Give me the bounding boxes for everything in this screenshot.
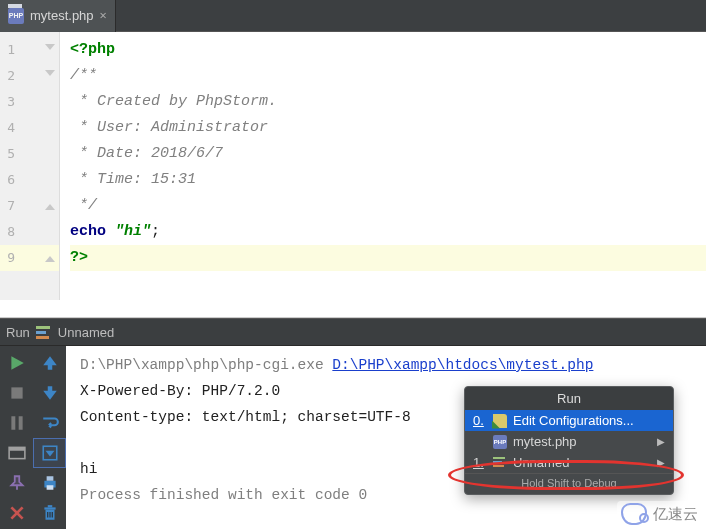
down-stack-button[interactable] (33, 378, 66, 408)
popup-item-index: 1. (473, 455, 487, 470)
svg-rect-13 (46, 476, 53, 481)
submenu-arrow-icon: ▶ (657, 436, 665, 447)
trash-button[interactable] (33, 498, 66, 528)
run-popup-item-unnamed[interactable]: 1. Unnamed ▶ (465, 452, 673, 473)
close-icon[interactable]: ✕ (100, 8, 107, 23)
svg-rect-3 (11, 387, 22, 398)
line-number: 4 (0, 115, 59, 141)
php-file-icon: PHP (493, 435, 507, 449)
watermark: 亿速云 (617, 501, 702, 527)
pause-button[interactable] (0, 408, 33, 438)
code-editor[interactable]: 1 2 3 4 5 6 7 8 9 <?php /** * Created by… (0, 32, 706, 300)
svg-marker-0 (11, 356, 23, 370)
fold-icon[interactable] (45, 200, 55, 210)
run-popup-footer: Hold Shift to Debug (465, 473, 673, 494)
fold-icon[interactable] (45, 44, 55, 54)
scroll-to-end-button[interactable] (33, 438, 66, 468)
code-area[interactable]: <?php /** * Created by PhpStorm. * User:… (60, 32, 706, 300)
line-number: 9 (0, 245, 59, 271)
php-file-icon: PHP (8, 8, 24, 24)
run-toolbar (0, 346, 66, 529)
submenu-arrow-icon: ▶ (657, 457, 665, 468)
line-number: 6 (0, 167, 59, 193)
editor-tab-bar: PHP mytest.php ✕ (0, 0, 706, 32)
code-line: /** (70, 63, 706, 89)
popup-item-label: mytest.php (513, 434, 577, 449)
line-number: 7 (0, 193, 59, 219)
popup-item-label: Edit Configurations... (513, 413, 634, 428)
fold-icon[interactable] (45, 70, 55, 80)
svg-rect-6 (11, 416, 15, 430)
svg-marker-4 (43, 391, 57, 400)
svg-marker-1 (43, 356, 57, 365)
file-tab-label: mytest.php (30, 8, 94, 23)
code-line: echo "hi"; (70, 219, 706, 245)
run-popup: Run 0. Edit Configurations... PHP mytest… (464, 386, 674, 495)
run-popup-title: Run (465, 387, 673, 410)
fold-icon[interactable] (45, 252, 55, 262)
svg-rect-14 (46, 485, 53, 490)
console-line: D:\PHP\xampp\php\php-cgi.exe D:\PHP\xamp… (80, 352, 692, 378)
run-panel-header[interactable]: Run Unnamed (0, 318, 706, 346)
edit-configurations-icon (493, 414, 507, 428)
code-line: * User: Administrator (70, 115, 706, 141)
watermark-logo-icon (621, 503, 647, 525)
code-line: * Time: 15:31 (70, 167, 706, 193)
run-config-icon (493, 457, 507, 469)
run-button[interactable] (0, 348, 33, 378)
svg-rect-7 (18, 416, 22, 430)
svg-rect-2 (47, 364, 52, 370)
watermark-text: 亿速云 (653, 505, 698, 524)
code-line: <?php (70, 37, 706, 63)
run-popup-item-mytest[interactable]: PHP mytest.php ▶ (465, 431, 673, 452)
svg-rect-19 (47, 505, 52, 507)
line-number: 5 (0, 141, 59, 167)
svg-marker-11 (45, 451, 54, 457)
soft-wrap-button[interactable] (33, 408, 66, 438)
run-panel-config-name: Unnamed (58, 325, 114, 340)
line-number: 3 (0, 89, 59, 115)
popup-item-index: 0. (473, 413, 487, 428)
code-line: ?> (70, 245, 706, 271)
close-button[interactable] (0, 498, 33, 528)
editor-footer-strip (0, 300, 706, 318)
svg-rect-9 (9, 447, 25, 450)
editor-gutter: 1 2 3 4 5 6 7 8 9 (0, 32, 60, 300)
run-config-icon (36, 326, 52, 338)
file-tab-mytest[interactable]: PHP mytest.php ✕ (0, 0, 116, 32)
svg-rect-5 (47, 386, 52, 392)
line-number: 8 (0, 219, 59, 245)
file-link[interactable]: D:\PHP\xampp\htdocs\mytest.php (332, 357, 593, 373)
stop-button[interactable] (0, 378, 33, 408)
code-line: */ (70, 193, 706, 219)
layout-button[interactable] (0, 438, 33, 468)
svg-rect-18 (44, 507, 55, 509)
pin-tab-button[interactable] (0, 468, 33, 498)
up-stack-button[interactable] (33, 348, 66, 378)
print-button[interactable] (33, 468, 66, 498)
run-popup-item-edit[interactable]: 0. Edit Configurations... (465, 410, 673, 431)
popup-item-label: Unnamed (513, 455, 569, 470)
line-number: 2 (0, 63, 59, 89)
code-line: * Date: 2018/6/7 (70, 141, 706, 167)
run-panel-title: Run (6, 325, 30, 340)
code-line: * Created by PhpStorm. (70, 89, 706, 115)
line-number: 1 (0, 37, 59, 63)
